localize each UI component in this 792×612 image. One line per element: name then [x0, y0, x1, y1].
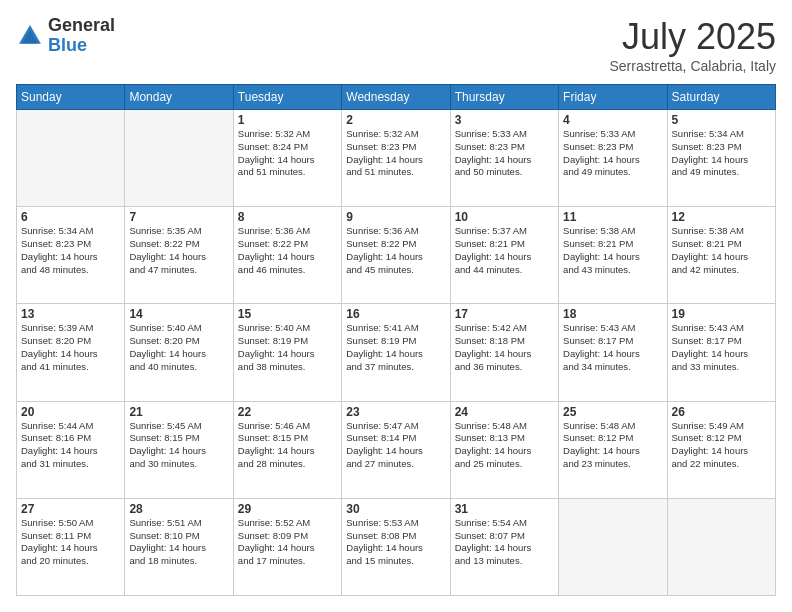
header-thursday: Thursday — [450, 85, 558, 110]
day-number: 6 — [21, 210, 120, 224]
calendar-cell-3-5: 17Sunrise: 5:42 AMSunset: 8:18 PMDayligh… — [450, 304, 558, 401]
cell-info-line: Sunrise: 5:46 AM — [238, 420, 337, 433]
cell-info-line: Daylight: 14 hours — [672, 154, 771, 167]
day-number: 30 — [346, 502, 445, 516]
calendar-cell-5-4: 30Sunrise: 5:53 AMSunset: 8:08 PMDayligh… — [342, 498, 450, 595]
calendar-cell-3-4: 16Sunrise: 5:41 AMSunset: 8:19 PMDayligh… — [342, 304, 450, 401]
cell-info-line: Sunrise: 5:40 AM — [129, 322, 228, 335]
calendar-cell-1-4: 2Sunrise: 5:32 AMSunset: 8:23 PMDaylight… — [342, 110, 450, 207]
cell-info-line: and 46 minutes. — [238, 264, 337, 277]
cell-info-line: Sunset: 8:09 PM — [238, 530, 337, 543]
cell-info-line: Sunset: 8:23 PM — [21, 238, 120, 251]
cell-info-line: Sunrise: 5:33 AM — [563, 128, 662, 141]
cell-info-line: Sunrise: 5:48 AM — [563, 420, 662, 433]
cell-info-line: and 15 minutes. — [346, 555, 445, 568]
cell-info-line: and 42 minutes. — [672, 264, 771, 277]
cell-info-line: and 51 minutes. — [238, 166, 337, 179]
cell-info-line: Sunrise: 5:41 AM — [346, 322, 445, 335]
cell-info-line: Daylight: 14 hours — [238, 348, 337, 361]
calendar-cell-4-6: 25Sunrise: 5:48 AMSunset: 8:12 PMDayligh… — [559, 401, 667, 498]
cell-info-line: and 33 minutes. — [672, 361, 771, 374]
cell-info-line: and 30 minutes. — [129, 458, 228, 471]
day-number: 29 — [238, 502, 337, 516]
cell-info-line: Sunrise: 5:50 AM — [21, 517, 120, 530]
calendar-cell-3-6: 18Sunrise: 5:43 AMSunset: 8:17 PMDayligh… — [559, 304, 667, 401]
cell-info-line: Sunset: 8:17 PM — [672, 335, 771, 348]
logo-general: General — [48, 15, 115, 35]
day-number: 1 — [238, 113, 337, 127]
cell-info-line: and 27 minutes. — [346, 458, 445, 471]
day-number: 12 — [672, 210, 771, 224]
calendar-cell-4-7: 26Sunrise: 5:49 AMSunset: 8:12 PMDayligh… — [667, 401, 775, 498]
day-number: 23 — [346, 405, 445, 419]
cell-info-line: Sunrise: 5:47 AM — [346, 420, 445, 433]
cell-info-line: Sunset: 8:22 PM — [129, 238, 228, 251]
cell-info-line: and 48 minutes. — [21, 264, 120, 277]
day-number: 10 — [455, 210, 554, 224]
cell-info-line: Sunrise: 5:52 AM — [238, 517, 337, 530]
cell-info-line: and 36 minutes. — [455, 361, 554, 374]
cell-info-line: Sunset: 8:13 PM — [455, 432, 554, 445]
cell-info-line: Daylight: 14 hours — [129, 542, 228, 555]
day-number: 28 — [129, 502, 228, 516]
day-number: 3 — [455, 113, 554, 127]
header-saturday: Saturday — [667, 85, 775, 110]
cell-info-line: Sunset: 8:17 PM — [563, 335, 662, 348]
cell-info-line: and 37 minutes. — [346, 361, 445, 374]
cell-info-line: Sunrise: 5:32 AM — [238, 128, 337, 141]
cell-info-line: Daylight: 14 hours — [21, 445, 120, 458]
calendar-cell-4-1: 20Sunrise: 5:44 AMSunset: 8:16 PMDayligh… — [17, 401, 125, 498]
cell-info-line: Daylight: 14 hours — [455, 154, 554, 167]
cell-info-line: and 45 minutes. — [346, 264, 445, 277]
cell-info-line: Daylight: 14 hours — [238, 445, 337, 458]
calendar-cell-5-6 — [559, 498, 667, 595]
calendar-table: Sunday Monday Tuesday Wednesday Thursday… — [16, 84, 776, 596]
cell-info-line: and 47 minutes. — [129, 264, 228, 277]
calendar-cell-1-6: 4Sunrise: 5:33 AMSunset: 8:23 PMDaylight… — [559, 110, 667, 207]
calendar-cell-2-1: 6Sunrise: 5:34 AMSunset: 8:23 PMDaylight… — [17, 207, 125, 304]
calendar-cell-5-5: 31Sunrise: 5:54 AMSunset: 8:07 PMDayligh… — [450, 498, 558, 595]
logo: General Blue — [16, 16, 115, 56]
cell-info-line: and 40 minutes. — [129, 361, 228, 374]
day-number: 21 — [129, 405, 228, 419]
cell-info-line: and 50 minutes. — [455, 166, 554, 179]
cell-info-line: and 31 minutes. — [21, 458, 120, 471]
cell-info-line: Daylight: 14 hours — [21, 542, 120, 555]
cell-info-line: Sunrise: 5:38 AM — [563, 225, 662, 238]
cell-info-line: Sunset: 8:23 PM — [346, 141, 445, 154]
cell-info-line: and 23 minutes. — [563, 458, 662, 471]
cell-info-line: Sunset: 8:15 PM — [129, 432, 228, 445]
cell-info-line: and 51 minutes. — [346, 166, 445, 179]
cell-info-line: Sunset: 8:08 PM — [346, 530, 445, 543]
cell-info-line: Daylight: 14 hours — [129, 348, 228, 361]
cell-info-line: Sunrise: 5:40 AM — [238, 322, 337, 335]
cell-info-line: Sunrise: 5:44 AM — [21, 420, 120, 433]
cell-info-line: Daylight: 14 hours — [672, 445, 771, 458]
calendar-cell-3-7: 19Sunrise: 5:43 AMSunset: 8:17 PMDayligh… — [667, 304, 775, 401]
cell-info-line: Daylight: 14 hours — [346, 348, 445, 361]
cell-info-line: Daylight: 14 hours — [346, 542, 445, 555]
cell-info-line: Sunset: 8:19 PM — [346, 335, 445, 348]
cell-info-line: Daylight: 14 hours — [346, 445, 445, 458]
logo-icon — [16, 22, 44, 50]
location-subtitle: Serrastretta, Calabria, Italy — [609, 58, 776, 74]
cell-info-line: Daylight: 14 hours — [238, 154, 337, 167]
calendar-cell-2-3: 8Sunrise: 5:36 AMSunset: 8:22 PMDaylight… — [233, 207, 341, 304]
calendar-cell-5-3: 29Sunrise: 5:52 AMSunset: 8:09 PMDayligh… — [233, 498, 341, 595]
cell-info-line: Daylight: 14 hours — [563, 445, 662, 458]
cell-info-line: Daylight: 14 hours — [563, 154, 662, 167]
cell-info-line: Sunset: 8:23 PM — [672, 141, 771, 154]
week-row-3: 13Sunrise: 5:39 AMSunset: 8:20 PMDayligh… — [17, 304, 776, 401]
cell-info-line: Sunset: 8:19 PM — [238, 335, 337, 348]
cell-info-line: Sunrise: 5:36 AM — [346, 225, 445, 238]
day-number: 31 — [455, 502, 554, 516]
cell-info-line: Sunset: 8:12 PM — [672, 432, 771, 445]
week-row-4: 20Sunrise: 5:44 AMSunset: 8:16 PMDayligh… — [17, 401, 776, 498]
cell-info-line: and 41 minutes. — [21, 361, 120, 374]
cell-info-line: and 22 minutes. — [672, 458, 771, 471]
day-number: 16 — [346, 307, 445, 321]
day-number: 24 — [455, 405, 554, 419]
calendar-header-row: Sunday Monday Tuesday Wednesday Thursday… — [17, 85, 776, 110]
cell-info-line: Sunrise: 5:51 AM — [129, 517, 228, 530]
cell-info-line: Sunset: 8:15 PM — [238, 432, 337, 445]
